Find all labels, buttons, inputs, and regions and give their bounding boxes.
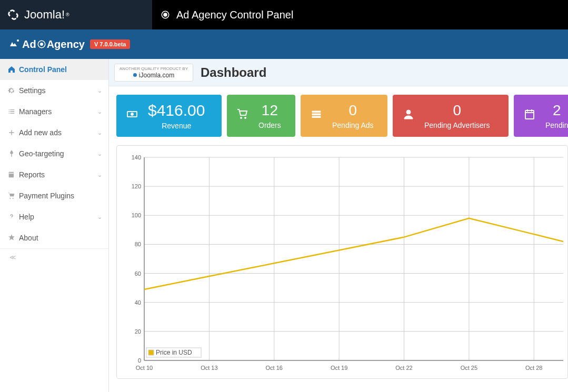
cart-icon [7,192,19,200]
calendar-icon [523,108,536,124]
stat-card-pending-ads[interactable]: 0Pending Ads [301,95,387,137]
stat-card-pending-advertisers[interactable]: 0Pending Advertisers [393,95,509,137]
stat-value: 12 [262,102,278,119]
money-icon [126,108,138,124]
svg-text:Oct 10: Oct 10 [136,365,153,371]
chevron-left-icon: ≪ [9,254,16,261]
bullseye-icon [37,39,46,49]
svg-rect-44 [148,350,154,355]
question-icon [7,213,19,221]
chart-svg: Oct 10Oct 13Oct 16Oct 19Oct 22Oct 25Oct … [121,153,563,374]
pin-icon [7,149,19,158]
sidebar-item-label: Reports [19,170,45,179]
sidebar-item-control-panel[interactable]: Control Panel [0,59,108,80]
sidebar-item-about[interactable]: About [0,227,108,248]
svg-point-8 [245,117,246,119]
sidebar: Control PanelSettings⌄Managers⌄Add new a… [0,59,109,392]
chevron-down-icon: ⌄ [97,172,102,178]
svg-text:Oct 13: Oct 13 [201,365,217,371]
sidebar-item-label: Payment Plugins [19,192,74,200]
stat-value: 0 [349,102,357,119]
sidebar-item-label: Control Panel [19,65,67,74]
subheader: Ad Agency V 7.0.0.beta [0,29,568,59]
list-icon [7,107,19,116]
stat-label: Pending Advertisers [424,121,490,129]
sidebar-item-settings[interactable]: Settings⌄ [0,80,108,101]
stat-label: Orders [258,121,281,129]
svg-text:Oct 28: Oct 28 [525,365,542,371]
sidebar-item-managers[interactable]: Managers⌄ [0,101,108,122]
stat-card-pendin[interactable]: 2Pendin [514,95,568,137]
joomla-logo[interactable]: Joomla!® [0,0,152,29]
svg-text:80: 80 [135,241,141,247]
brand-text: Joomla! [24,8,65,22]
product-logo-icon [8,37,21,52]
stat-label: Pending Ads [332,121,374,129]
svg-point-4 [40,43,43,46]
chevron-down-icon: ⌄ [97,129,102,136]
target-icon [161,10,170,19]
joomla-icon [6,8,20,22]
chevron-down-icon: ⌄ [97,108,102,115]
quality-badge[interactable]: ANOTHER QUALITY PRODUCT BY iJoomla.com [114,64,193,82]
product-prefix: Ad [22,38,36,51]
svg-point-7 [241,117,242,119]
chevron-down-icon: ⌄ [97,214,102,220]
svg-text:Oct 22: Oct 22 [395,365,412,371]
sidebar-item-label: Help [19,213,34,221]
cart-icon [236,108,249,124]
topbar-title-text: Ad Agency Control Panel [176,9,293,21]
svg-point-9 [406,110,411,114]
quality-domain: iJoomla.com [133,72,174,79]
version-badge: V 7.0.0.beta [90,39,131,49]
svg-text:Oct 25: Oct 25 [461,365,477,371]
stat-card-orders[interactable]: 12Orders [227,95,295,137]
revenue-chart: Oct 10Oct 13Oct 16Oct 19Oct 22Oct 25Oct … [116,145,568,379]
svg-text:40: 40 [135,299,141,306]
topbar-title: Ad Agency Control Panel [152,0,568,29]
stat-value: 2 [553,102,561,119]
topbar: Joomla!® Ad Agency Control Panel [0,0,568,29]
sidebar-item-reports[interactable]: Reports⌄ [0,164,108,185]
sidebar-item-help[interactable]: Help⌄ [0,206,108,227]
svg-point-2 [17,39,19,42]
svg-text:100: 100 [132,212,141,218]
sidebar-item-label: Managers [19,107,52,116]
sidebar-item-add-new-ads[interactable]: Add new ads⌄ [0,122,108,143]
sidebar-item-label: Add new ads [19,128,62,137]
svg-text:140: 140 [132,154,141,160]
product-logo[interactable]: Ad Agency [8,37,85,52]
quality-line: ANOTHER QUALITY PRODUCT BY [119,66,188,71]
menu-icon [310,108,323,124]
sidebar-item-label: Geo-targeting [19,149,64,158]
plus-icon [7,128,19,137]
stat-label: Pendin [545,121,568,129]
user-icon [402,108,415,124]
svg-point-1 [164,13,167,16]
stats-row: $416.00Revenue12Orders0Pending Ads0Pendi… [109,86,568,145]
svg-rect-10 [525,110,534,119]
gear-icon [7,86,19,95]
stat-card-revenue[interactable]: $416.00Revenue [116,95,222,137]
star-icon [7,234,19,242]
svg-text:60: 60 [135,270,141,277]
sidebar-item-payment-plugins[interactable]: Payment Plugins [0,185,108,206]
svg-text:20: 20 [135,328,141,335]
sidebar-collapse-button[interactable]: ≪ [0,248,108,265]
main-content: ANOTHER QUALITY PRODUCT BY iJoomla.com D… [109,59,568,392]
report-icon [7,170,19,179]
page-title: Dashboard [201,65,266,80]
home-icon [7,65,19,74]
svg-text:0: 0 [138,357,141,364]
chevron-down-icon: ⌄ [97,87,102,94]
sidebar-item-geo-targeting[interactable]: Geo-targeting⌄ [0,143,108,164]
stat-value: 0 [453,102,461,119]
main-header: ANOTHER QUALITY PRODUCT BY iJoomla.com D… [109,59,568,86]
chevron-down-icon: ⌄ [97,150,102,157]
sidebar-item-label: Settings [19,86,46,95]
stat-value: $416.00 [148,102,205,119]
stat-label: Revenue [162,122,191,130]
product-suffix: Agency [47,38,85,51]
svg-point-6 [131,113,134,116]
sidebar-item-label: About [19,234,38,242]
